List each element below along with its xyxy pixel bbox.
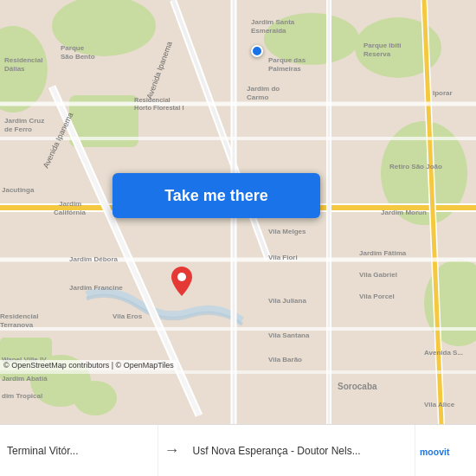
svg-text:São Bento: São Bento xyxy=(61,53,95,61)
svg-text:dim Tropical: dim Tropical xyxy=(2,392,42,400)
bottom-bar: Terminal Vitór... → Usf Nova Esperança -… xyxy=(0,424,476,476)
svg-text:Jardim: Jardim xyxy=(59,200,81,208)
svg-text:Jardim Débora: Jardim Débora xyxy=(69,255,119,263)
svg-text:de Ferro: de Ferro xyxy=(4,125,32,133)
bottom-origin: Terminal Vitór... xyxy=(0,425,158,476)
svg-text:Parque das: Parque das xyxy=(268,56,306,64)
svg-text:Vila Eros: Vila Eros xyxy=(113,312,143,320)
svg-text:Jardim Morun: Jardim Morun xyxy=(381,209,427,216)
svg-text:Esmeralda: Esmeralda xyxy=(251,27,286,35)
svg-text:moovit: moovit xyxy=(420,447,450,457)
svg-text:Jardim Cruz: Jardim Cruz xyxy=(4,117,44,125)
svg-text:Vila Alice: Vila Alice xyxy=(424,401,455,408)
svg-text:Vila Barão: Vila Barão xyxy=(268,356,302,363)
svg-text:Terranova: Terranova xyxy=(0,321,34,329)
svg-text:Residencial: Residencial xyxy=(4,56,42,64)
map-container: Avenida Ipanema Avenida Ipanema Residenc… xyxy=(0,0,476,424)
moovit-logo: moovit xyxy=(415,435,476,466)
svg-text:Vila Juliana: Vila Juliana xyxy=(268,297,306,305)
svg-text:Jardim do: Jardim do xyxy=(247,85,280,93)
svg-text:Vila Fiori: Vila Fiori xyxy=(268,254,298,261)
svg-text:Palmeiras: Palmeiras xyxy=(268,65,301,73)
svg-text:Residencial: Residencial xyxy=(0,312,38,320)
svg-text:Jardim Abatiá: Jardim Abatiá xyxy=(2,375,48,383)
destination-label: Usf Nova Esperança - Doutor Nels... xyxy=(193,445,361,457)
destination-pin xyxy=(171,267,192,294)
svg-text:Vila Porcel: Vila Porcel xyxy=(359,293,395,300)
svg-text:Carmo: Carmo xyxy=(247,93,268,101)
take-me-there-button[interactable]: Take me there xyxy=(113,173,320,218)
svg-text:Vila Santana: Vila Santana xyxy=(268,331,310,339)
origin-label: Terminal Vitór... xyxy=(7,445,78,457)
svg-text:Residencial: Residencial xyxy=(134,96,170,104)
svg-text:Jacutinga: Jacutinga xyxy=(2,186,35,194)
map-attribution: © OpenStreetMap contributors | © OpenMap… xyxy=(0,360,177,370)
svg-text:Parque Ibiti: Parque Ibiti xyxy=(363,42,402,49)
svg-text:Vila Melges: Vila Melges xyxy=(268,228,306,235)
bottom-destination: Usf Nova Esperança - Doutor Nels... xyxy=(186,425,415,476)
svg-point-10 xyxy=(74,381,117,415)
svg-text:Jardim Francine: Jardim Francine xyxy=(69,284,123,292)
svg-text:Sorocaba: Sorocaba xyxy=(338,382,377,391)
svg-text:Jardim Fátima: Jardim Fátima xyxy=(359,249,407,257)
origin-dot xyxy=(251,45,263,57)
svg-text:Califórnia: Califórnia xyxy=(54,209,86,216)
svg-text:Vila Gabriel: Vila Gabriel xyxy=(359,271,397,279)
svg-text:Iporar: Iporar xyxy=(433,89,453,97)
svg-text:Avenida S...: Avenida S... xyxy=(424,349,463,357)
svg-text:Jardim Santa: Jardim Santa xyxy=(251,18,295,26)
svg-text:Dálias: Dálias xyxy=(4,65,25,73)
svg-text:Parque: Parque xyxy=(61,44,85,52)
svg-text:Retiro São João: Retiro São João xyxy=(389,163,442,170)
svg-text:Horto Florestal I: Horto Florestal I xyxy=(134,104,184,112)
arrow-icon: → xyxy=(158,441,186,460)
svg-point-67 xyxy=(177,273,186,281)
svg-text:Reserva: Reserva xyxy=(363,50,391,58)
